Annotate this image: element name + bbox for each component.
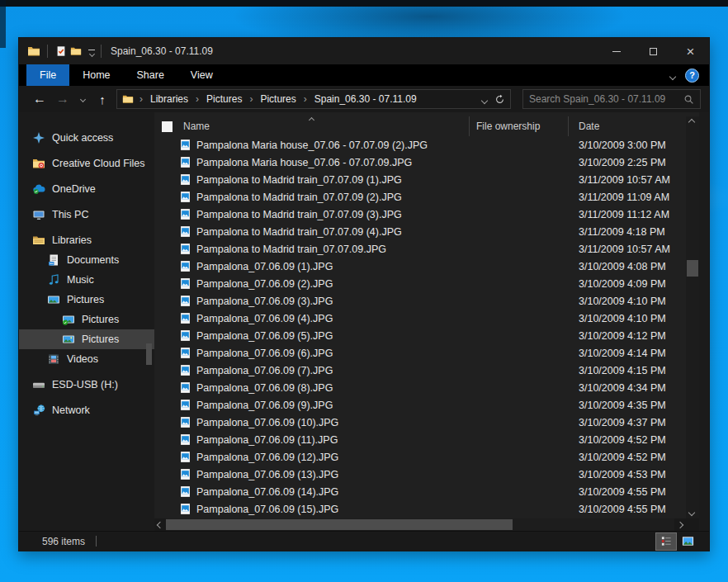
address-dropdown-chevron-icon[interactable] bbox=[482, 92, 487, 106]
hscroll-track[interactable] bbox=[166, 518, 674, 531]
scroll-left-arrow-icon[interactable] bbox=[154, 519, 166, 531]
sort-ascending-icon bbox=[309, 117, 314, 123]
file-row[interactable]: Pampalona_07.06.09 (13).JPG3/10/2009 4:5… bbox=[154, 466, 686, 483]
usb-drive-icon bbox=[32, 378, 45, 391]
titlebar[interactable]: Spain_06.30 - 07.11.09 bbox=[19, 38, 709, 64]
file-date: 3/10/2009 4:35 PM bbox=[569, 400, 686, 411]
sidebar-item-music[interactable]: Music bbox=[19, 270, 154, 290]
vscroll-thumb[interactable] bbox=[687, 260, 698, 277]
file-row[interactable]: Pampalona_07.06.09 (12).JPG3/10/2009 4:5… bbox=[154, 448, 686, 466]
file-row[interactable]: Pampalona_07.06.09 (5).JPG3/10/2009 4:12… bbox=[154, 327, 686, 344]
sidebar-item-creative-cloud-files[interactable]: Creative Cloud Files bbox=[19, 154, 154, 173]
breadcrumb-segment[interactable]: Pictures bbox=[258, 93, 297, 105]
forward-button[interactable] bbox=[54, 89, 72, 109]
breadcrumb-segment[interactable]: Pictures bbox=[205, 93, 243, 105]
sidebar-item-documents[interactable]: Documents bbox=[19, 250, 154, 270]
sidebar-item-pictures[interactable]: Pictures bbox=[19, 329, 154, 349]
breadcrumb-separator-icon[interactable]: › bbox=[298, 93, 313, 105]
tab-file[interactable]: File bbox=[26, 64, 69, 86]
file-row[interactable]: Pampalona to Madrid train_07.07.09.JPG3/… bbox=[154, 240, 686, 258]
properties-check-icon[interactable] bbox=[54, 44, 69, 59]
window-title: Spain_06.30 - 07.11.09 bbox=[111, 45, 213, 57]
file-row[interactable]: Pampalona to Madrid train_07.07.09 (3).J… bbox=[154, 206, 686, 223]
column-label-name: Name bbox=[183, 121, 210, 132]
file-row[interactable]: Pampalona_07.06.09 (14).JPG3/10/2009 4:5… bbox=[154, 483, 686, 500]
file-row[interactable]: Pampalona_07.06.09 (6).JPG3/10/2009 4:14… bbox=[154, 344, 686, 362]
file-date: 3/10/2009 4:09 PM bbox=[569, 278, 686, 290]
details-view-button[interactable] bbox=[656, 533, 676, 550]
vscroll-track[interactable] bbox=[686, 128, 699, 507]
image-file-icon bbox=[179, 208, 191, 220]
file-name: Pampalona_07.06.09 (14).JPG bbox=[196, 486, 470, 498]
sidebar-item-pictures[interactable]: Pictures bbox=[19, 310, 154, 329]
sidebar-scroll-thumb[interactable] bbox=[146, 343, 152, 365]
refresh-icon[interactable] bbox=[494, 94, 505, 105]
file-row[interactable]: Pampalona_07.06.09 (7).JPG3/10/2009 4:15… bbox=[154, 362, 686, 379]
sidebar-scrollbar[interactable] bbox=[146, 112, 152, 531]
tab-share[interactable]: Share bbox=[124, 64, 177, 86]
file-row[interactable]: Pampalona_07.06.09 (9).JPG3/10/2009 4:35… bbox=[154, 396, 686, 414]
sidebar-item-videos[interactable]: Videos bbox=[19, 349, 154, 369]
scroll-right-arrow-icon[interactable] bbox=[674, 519, 686, 531]
file-row[interactable]: Pampalona_07.06.09 (3).JPG3/10/2009 4:10… bbox=[154, 292, 686, 310]
file-row[interactable]: Pampalona Maria house_07.06 - 07.07.09.J… bbox=[154, 154, 686, 171]
breadcrumb-segment[interactable]: Libraries bbox=[149, 93, 190, 105]
file-row[interactable]: Pampalona_07.06.09 (1).JPG3/10/2009 4:08… bbox=[154, 258, 686, 275]
column-headers: Name File ownership Date bbox=[154, 116, 686, 136]
select-all-checkbox[interactable] bbox=[162, 121, 173, 132]
image-file-icon bbox=[179, 156, 191, 168]
sidebar-item-this-pc[interactable]: This PC bbox=[19, 205, 154, 225]
breadcrumb-separator-icon[interactable]: › bbox=[190, 93, 205, 105]
file-row[interactable]: Pampalona_07.06.09 (10).JPG3/10/2009 4:3… bbox=[154, 414, 686, 431]
file-row[interactable]: Pampalona_07.06.09 (15).JPG3/10/2009 4:5… bbox=[154, 500, 686, 518]
column-header-name[interactable]: Name bbox=[154, 116, 470, 136]
new-folder-icon[interactable] bbox=[69, 44, 83, 59]
minimize-button[interactable] bbox=[598, 38, 635, 64]
file-row[interactable]: Pampalona to Madrid train_07.07.09 (1).J… bbox=[154, 171, 686, 188]
help-icon[interactable] bbox=[685, 69, 699, 83]
file-row[interactable]: Pampalona to Madrid train_07.07.09 (4).J… bbox=[154, 223, 686, 240]
qat-dropdown-icon[interactable] bbox=[88, 47, 95, 56]
file-name: Pampalona_07.06.09 (3).JPG bbox=[196, 296, 470, 307]
file-name: Pampalona_07.06.09 (8).JPG bbox=[196, 382, 470, 394]
tab-home[interactable]: Home bbox=[69, 64, 123, 86]
sidebar-item-libraries[interactable]: Libraries bbox=[19, 230, 154, 250]
file-row[interactable]: Pampalona_07.06.09 (4).JPG3/10/2009 4:10… bbox=[154, 310, 686, 327]
file-row[interactable]: Pampalona Maria house_07.06 - 07.07.09 (… bbox=[154, 136, 686, 154]
image-file-icon bbox=[179, 295, 191, 307]
thumbnails-view-button[interactable] bbox=[678, 533, 697, 550]
close-button[interactable] bbox=[672, 38, 709, 64]
sidebar-item-esd-usb-h[interactable]: ESD-USB (H:) bbox=[19, 375, 154, 395]
up-button[interactable] bbox=[93, 89, 111, 109]
breadcrumb-segment[interactable]: Spain_06.30 - 07.11.09 bbox=[313, 93, 418, 105]
tab-view[interactable]: View bbox=[177, 64, 226, 86]
file-row[interactable]: Pampalona_07.06.09 (11).JPG3/10/2009 4:5… bbox=[154, 431, 686, 448]
search-input[interactable] bbox=[529, 93, 683, 105]
file-name: Pampalona to Madrid train_07.07.09 (3).J… bbox=[196, 209, 470, 220]
column-header-file-ownership[interactable]: File ownership bbox=[470, 116, 569, 136]
back-button[interactable] bbox=[31, 89, 49, 109]
file-row[interactable]: Pampalona to Madrid train_07.07.09 (2).J… bbox=[154, 188, 686, 206]
sidebar-item-quick-access[interactable]: Quick access bbox=[19, 128, 154, 148]
address-bar[interactable]: ›Libraries›Pictures›Pictures›Spain_06.30… bbox=[116, 89, 511, 109]
column-header-date[interactable]: Date bbox=[569, 116, 686, 136]
hscroll-thumb[interactable] bbox=[166, 519, 513, 530]
file-row[interactable]: Pampalona_07.06.09 (8).JPG3/10/2009 4:34… bbox=[154, 379, 686, 396]
search-icon[interactable] bbox=[683, 94, 694, 105]
sidebar-item-onedrive[interactable]: OneDrive bbox=[19, 179, 154, 199]
horizontal-scrollbar[interactable] bbox=[154, 518, 686, 531]
navigation-pane: Quick accessCreative Cloud FilesOneDrive… bbox=[19, 112, 154, 531]
breadcrumb-separator-icon[interactable]: › bbox=[134, 93, 149, 105]
file-row[interactable]: Pampalona_07.06.09 (2).JPG3/10/2009 4:09… bbox=[154, 275, 686, 292]
file-date: 3/10/2009 4:15 PM bbox=[569, 365, 686, 376]
vertical-scrollbar[interactable] bbox=[686, 112, 699, 531]
breadcrumb-separator-icon[interactable]: › bbox=[243, 93, 258, 105]
scroll-up-arrow-icon[interactable] bbox=[686, 116, 697, 128]
sidebar-item-network[interactable]: Network bbox=[19, 400, 154, 420]
maximize-button[interactable] bbox=[635, 38, 672, 64]
sidebar-item-pictures[interactable]: Pictures bbox=[19, 290, 154, 310]
file-name: Pampalona_07.06.09 (9).JPG bbox=[196, 400, 470, 411]
expand-ribbon-chevron-icon[interactable] bbox=[670, 68, 675, 83]
scroll-down-arrow-icon[interactable] bbox=[686, 507, 697, 518]
recent-locations-chevron-icon[interactable] bbox=[77, 89, 88, 109]
